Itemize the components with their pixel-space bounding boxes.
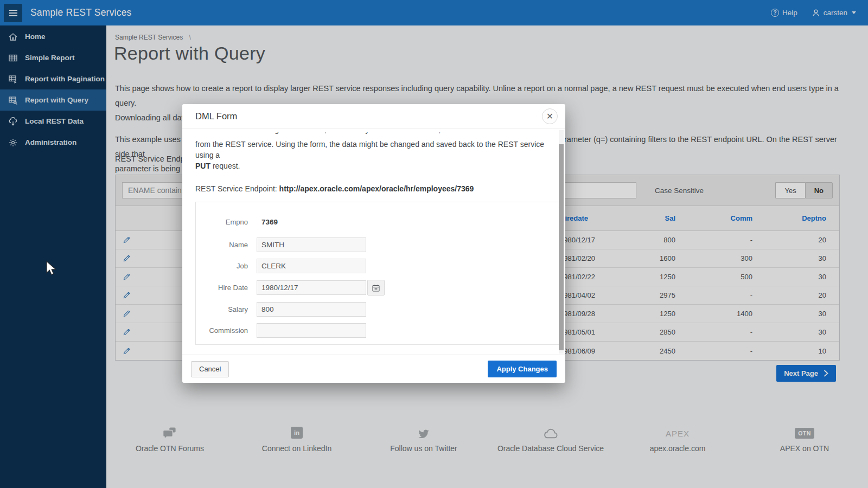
dialog-body: This form reads one single row of data, …	[182, 129, 565, 355]
empno-label: Empno	[196, 218, 257, 226]
form-row-commission: Commission	[196, 323, 559, 338]
salary-label: Salary	[196, 305, 257, 313]
dialog-intro-text: from the REST service. Using the form, t…	[195, 139, 549, 171]
commission-label: Commission	[196, 326, 257, 335]
date-picker-button[interactable]	[367, 280, 385, 296]
commission-field[interactable]	[257, 323, 366, 338]
cancel-button[interactable]: Cancel	[191, 361, 229, 377]
dml-form: Empno 7369 Name Job Hire Date	[195, 202, 560, 345]
form-row-job: Job	[196, 259, 559, 273]
dialog-footer: Cancel Apply Changes	[182, 355, 565, 383]
name-label: Name	[196, 241, 257, 249]
name-field[interactable]	[257, 237, 366, 252]
scrollbar-thumb[interactable]	[559, 144, 564, 350]
apply-changes-button[interactable]: Apply Changes	[488, 361, 557, 377]
dialog-endpoint-line: REST Service Endpoint: http://apex.oracl…	[195, 184, 549, 193]
form-row-hiredate: Hire Date	[196, 280, 559, 296]
close-button[interactable]: ✕	[542, 108, 558, 124]
job-field[interactable]	[257, 259, 366, 273]
job-label: Job	[196, 262, 257, 270]
endpoint-url: http://apex.oracle.com/apex/oracle/hr/em…	[279, 184, 474, 193]
form-row-empno: Empno 7369	[196, 216, 559, 227]
form-row-name: Name	[196, 237, 559, 252]
application-window: Sample REST Services ? Help carsten	[0, 0, 868, 488]
dialog-title: DML Form	[195, 111, 237, 121]
close-icon: ✕	[546, 111, 553, 121]
salary-field[interactable]	[257, 302, 366, 317]
hiredate-field[interactable]	[257, 280, 366, 295]
hiredate-label: Hire Date	[196, 284, 257, 292]
dml-form-dialog: DML Form ✕ This form reads one single ro…	[182, 104, 565, 383]
dialog-scrollbar	[559, 130, 564, 354]
form-row-salary: Salary	[196, 302, 559, 317]
empno-value: 7369	[261, 218, 278, 226]
dialog-intro-clipped: This form reads one single row of data, …	[195, 132, 549, 136]
calendar-icon	[372, 284, 380, 292]
dialog-header: DML Form ✕	[182, 104, 565, 129]
